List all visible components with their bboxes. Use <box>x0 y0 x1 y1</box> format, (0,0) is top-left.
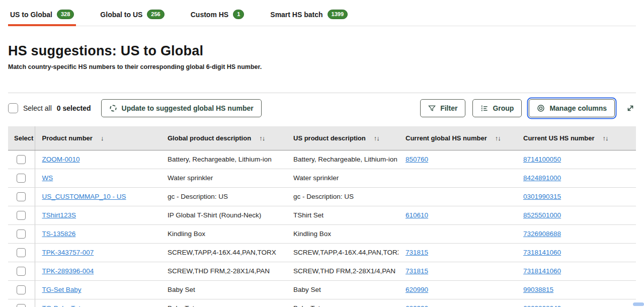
us-description-cell: SCREW,THD FRM,2-28X1/4,PAN <box>286 262 398 280</box>
current-us-hs-link[interactable]: 7326908688 <box>523 230 561 238</box>
manage-columns-button-label: Manage columns <box>549 104 607 112</box>
product-number-cell: TG-Set Baby <box>35 280 160 299</box>
update-to-suggested-button[interactable]: Update to suggested global HS number <box>101 99 262 117</box>
current-global-hs-cell: 850760 <box>398 150 516 169</box>
table-row: TG-Set Baby Baby Set Baby Set 620990 990… <box>8 280 636 299</box>
column-header-label: Current US HS number <box>523 134 595 142</box>
group-button[interactable]: Group <box>472 99 522 117</box>
current-us-hs-link[interactable]: 8714100050 <box>523 156 561 163</box>
hs-suggestions-table: Select Product number↓ Global product de… <box>8 126 636 307</box>
column-header-label: Select <box>14 134 33 142</box>
sort-arrows-icon: ↑↓ <box>495 134 501 142</box>
row-checkbox[interactable] <box>17 155 26 164</box>
us-description-cell: Baby Set <box>286 280 398 299</box>
row-checkbox[interactable] <box>17 267 26 276</box>
column-header-label: US product description <box>293 134 366 142</box>
product-number-link[interactable]: ZOOM-0010 <box>42 156 80 163</box>
renew-icon <box>109 104 117 112</box>
current-us-hs-link[interactable]: 8424891000 <box>523 174 561 182</box>
us-description-cell: TShirt Set <box>286 206 398 224</box>
product-number-cell: TShirt123S <box>35 206 160 224</box>
column-header-5[interactable]: Current US HS number↑↓ <box>516 126 636 150</box>
tab-us-to-global[interactable]: US to Global 328 <box>8 7 76 26</box>
global-description-cell: Kindling Box <box>160 224 286 243</box>
current-global-hs-cell: 620990 <box>398 280 516 299</box>
table-body: ZOOM-0010 Battery, Rechargeable, Lithium… <box>8 150 636 307</box>
column-header-label: Product number <box>42 134 93 142</box>
current-us-hs-cell: 6209303040 <box>516 299 636 307</box>
select-all-checkbox[interactable] <box>8 103 18 113</box>
current-global-hs-link[interactable]: 620990 <box>406 286 428 293</box>
current-global-hs-cell: 620990 <box>398 299 516 307</box>
row-checkbox[interactable] <box>17 192 26 201</box>
row-checkbox[interactable] <box>17 211 26 220</box>
table-row: TShirt123S IP Global T-Shirt (Round-Neck… <box>8 206 636 224</box>
table-header: Select Product number↓ Global product de… <box>8 126 636 150</box>
hs-suggestions-page: US to Global 328 Global to US 256 Custom… <box>0 0 644 307</box>
product-number-cell: TS-135826 <box>35 224 160 243</box>
product-number-link[interactable]: US_CUSTOMMAP_10 - US <box>42 193 126 200</box>
current-global-hs-cell <box>398 224 516 243</box>
current-global-hs-link[interactable]: 731815 <box>406 249 428 256</box>
current-global-hs-cell: 731815 <box>398 262 516 280</box>
tab-custom-hs[interactable]: Custom HS 1 <box>189 7 247 26</box>
product-number-link[interactable]: TShirt123S <box>42 211 76 219</box>
current-us-hs-link[interactable]: 7318141060 <box>523 249 561 256</box>
manage-columns-button[interactable]: Manage columns <box>529 99 615 117</box>
filter-button[interactable]: Filter <box>420 99 465 117</box>
product-number-link[interactable]: TPK-343757-007 <box>42 249 94 256</box>
global-description-cell: gc - Description: US <box>160 187 286 206</box>
product-number-link[interactable]: TPK-289396-004 <box>42 267 94 275</box>
current-us-hs-link[interactable]: 8525501000 <box>523 211 561 219</box>
us-description-cell: SCREW,TAPP,4-16X.44,PAN,TORX <box>286 243 398 262</box>
row-checkbox[interactable] <box>17 174 26 183</box>
row-select-cell <box>8 206 35 224</box>
expand-table-button[interactable] <box>625 103 636 114</box>
global-description-cell: Baby Tutu <box>160 299 286 307</box>
tab-label: Global to US <box>100 11 142 19</box>
us-description-cell: Battery, Rechargeable, Lithium-ion <box>286 150 398 169</box>
current-us-hs-link[interactable]: 0301990315 <box>523 193 561 200</box>
current-us-hs-link[interactable]: 99038815 <box>523 286 553 293</box>
current-global-hs-link[interactable]: 850760 <box>406 156 428 163</box>
horizontal-scrollbar-thumb[interactable] <box>633 302 644 306</box>
current-global-hs-link[interactable]: 731815 <box>406 267 428 275</box>
column-header-4[interactable]: Current global HS number↑↓ <box>398 126 516 150</box>
column-header-3[interactable]: US product description↑↓ <box>286 126 398 150</box>
tab-smart-hs-batch[interactable]: Smart HS batch 1399 <box>268 7 350 26</box>
us-description-cell: Kindling Box <box>286 224 398 243</box>
header-row: Select Product number↓ Global product de… <box>8 126 636 150</box>
current-us-hs-link[interactable]: 7318141060 <box>523 267 561 275</box>
tab-label: US to Global <box>10 11 52 19</box>
product-number-cell: TPK-343757-007 <box>35 243 160 262</box>
row-select-cell <box>8 299 35 307</box>
column-header-1[interactable]: Product number↓ <box>35 126 160 150</box>
tab-global-to-us[interactable]: Global to US 256 <box>98 7 166 26</box>
product-number-link[interactable]: TG-Set Baby <box>42 286 82 293</box>
tab-bar: US to Global 328 Global to US 256 Custom… <box>8 0 636 26</box>
current-us-hs-cell: 7318141060 <box>516 243 636 262</box>
product-number-link[interactable]: WS <box>42 174 53 182</box>
tab-label: Custom HS <box>191 11 228 19</box>
row-checkbox[interactable] <box>17 248 26 257</box>
table-row: WS Water sprinkler Water sprinkler 84248… <box>8 169 636 187</box>
product-number-link[interactable]: TG-Baby Tutu <box>42 304 85 307</box>
us-description-cell: gc - Description: US <box>286 187 398 206</box>
update-button-label: Update to suggested global HS number <box>122 104 254 112</box>
current-us-hs-link[interactable]: 6209303040 <box>523 304 561 307</box>
global-description-cell: Baby Set <box>160 280 286 299</box>
current-global-hs-link[interactable]: 610610 <box>406 211 428 219</box>
row-checkbox[interactable] <box>17 229 26 239</box>
table-row: TG-Baby Tutu Baby Tutu Baby Tutu 620990 … <box>8 299 636 307</box>
column-header-2[interactable]: Global product description↑↓ <box>160 126 286 150</box>
row-checkbox[interactable] <box>17 285 26 294</box>
product-number-link[interactable]: TS-135826 <box>42 230 76 238</box>
row-select-cell <box>8 243 35 262</box>
page-subtitle: Match country-specific HS numbers to the… <box>8 63 636 70</box>
funnel-icon <box>428 105 436 112</box>
row-checkbox[interactable] <box>17 304 26 307</box>
current-global-hs-link[interactable]: 620990 <box>406 304 428 307</box>
sort-arrows-icon: ↓ <box>101 134 104 142</box>
product-number-cell: ZOOM-0010 <box>35 150 160 169</box>
page-title: HS suggestions: US to Global <box>8 42 636 59</box>
